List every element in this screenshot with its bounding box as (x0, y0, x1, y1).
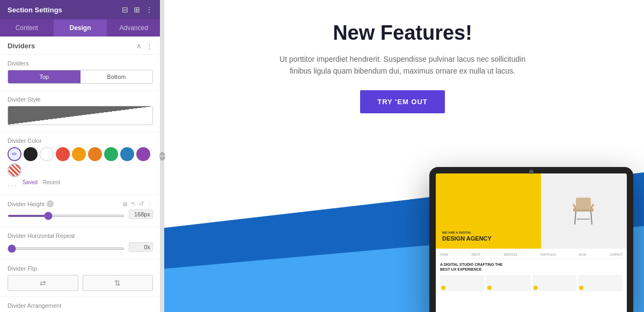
flip-horizontal-btn[interactable]: ⇄ (8, 275, 78, 291)
screen-yellow-panel: WE ARE A DIGITAL DESIGN AGENCY (436, 173, 541, 249)
svg-rect-1 (576, 198, 591, 209)
repeat-slider[interactable] (8, 248, 125, 250)
try-button[interactable]: TRY 'EM OUT (360, 90, 445, 113)
screen-top-section: WE ARE A DIGITAL DESIGN AGENCY (436, 173, 627, 249)
chair-svg (570, 192, 597, 230)
color-swatches: ✏ (8, 147, 153, 177)
svg-line-2 (575, 212, 576, 224)
panel-header: Section Settings ⊟ ⊞ ⋮ (0, 0, 160, 19)
panel-tabs: Content Design Advanced (0, 19, 160, 37)
preview-heading: New Features! (161, 21, 644, 45)
swatch-blue[interactable] (120, 147, 134, 161)
divider-style-section: Divider Style (0, 91, 160, 132)
desktop-icon[interactable]: 🖥 (122, 201, 128, 207)
grid-item-4 (578, 275, 623, 291)
preview-panel: New Features! Ut porttitor imperdiet hen… (161, 0, 644, 312)
nav-item-contact: CONTACT (610, 253, 623, 256)
height-slider-wrap (8, 209, 125, 219)
resize-icon: ⟺ (159, 152, 165, 161)
screen-product-image (541, 173, 627, 249)
dividers-section-header: Dividers ∧ ⋮ (0, 37, 160, 55)
divider-flip-section: Divider Flip ⇄ ⇅ (0, 260, 160, 297)
repeat-slider-row: 0x (8, 242, 153, 252)
collapse-icon[interactable]: ∧ (136, 42, 142, 50)
agency-name: DESIGN AGENCY (442, 235, 535, 242)
reset-icon[interactable]: ↺ (139, 200, 144, 207)
swatch-custom[interactable]: ✏ (8, 147, 21, 161)
swatch-stripe[interactable] (8, 163, 21, 177)
cursor-icon[interactable]: ↖ (131, 200, 136, 207)
panel-header-icons: ⊟ ⊞ ⋮ (122, 5, 153, 14)
divider-repeat-section: Divider Horizontal Repeat 0x (0, 227, 160, 260)
more-icon[interactable]: ⋮ (145, 5, 153, 14)
flip-v-icon: ⇅ (114, 279, 121, 287)
svg-line-5 (573, 204, 576, 208)
flip-vertical-btn[interactable]: ⇅ (83, 275, 153, 291)
svg-line-6 (591, 204, 594, 208)
divider-style-label: Divider Style (8, 96, 153, 103)
style-preview (8, 106, 153, 125)
color-meta: ... Saved Recent (8, 179, 153, 188)
flip-h-icon: ⇄ (40, 279, 46, 287)
divider-arrangement-section: Divider Arrangement On Top Of Section Co… (0, 297, 160, 312)
color-dots: ... (8, 179, 17, 188)
divider-color-section: Divider Color ✏ ... Saved Recent (0, 132, 160, 195)
height-label-row: Divider Height ? 🖥 ↖ ↺ ⋮ (8, 200, 153, 207)
screen-grid (440, 275, 623, 291)
color-recent[interactable]: Recent (43, 179, 60, 188)
swatch-orange[interactable] (88, 147, 102, 161)
nav-item-services: SERVICES (504, 253, 517, 256)
divider-height-section: Divider Height ? 🖥 ↖ ↺ ⋮ 168px (0, 195, 160, 227)
height-value[interactable]: 168px (129, 209, 153, 219)
dividers-toggle-section: Dividers Top Bottom (0, 55, 160, 91)
swatch-yellow[interactable] (72, 147, 86, 161)
nav-item-blog: BLOG (579, 253, 587, 256)
tablet-frame: WE ARE A DIGITAL DESIGN AGENCY (429, 167, 633, 312)
expand-icon[interactable]: ⊞ (134, 5, 140, 14)
agency-label: WE ARE A DIGITAL (442, 231, 535, 234)
panel-title: Section Settings (8, 6, 62, 14)
nav-item-about: ABOUT (471, 253, 480, 256)
tablet-camera (529, 170, 533, 174)
grid-item-1 (440, 275, 485, 291)
repeat-value[interactable]: 0x (129, 242, 153, 252)
swatch-green[interactable] (104, 147, 118, 161)
panel-resize-handle[interactable]: ⟺ (160, 0, 164, 312)
swatch-red[interactable] (56, 147, 70, 161)
tab-design[interactable]: Design (54, 19, 107, 37)
height-icons: 🖥 ↖ ↺ ⋮ (122, 200, 153, 207)
nav-item-home: HOME (440, 253, 448, 256)
settings-panel: Section Settings ⊟ ⊞ ⋮ Content Design Ad… (0, 0, 161, 312)
height-help-icon[interactable]: ? (47, 200, 54, 207)
section-more-icon[interactable]: ⋮ (146, 42, 153, 50)
divider-position-toggle: Top Bottom (8, 70, 153, 84)
tablet-mockup: WE ARE A DIGITAL DESIGN AGENCY (429, 167, 633, 312)
height-slider[interactable] (8, 215, 125, 217)
screen-nav: HOME ABOUT SERVICES PORTFOLIO BLOG CONTA… (440, 253, 623, 259)
height-more-icon[interactable]: ⋮ (147, 200, 153, 207)
divider-color-label: Divider Color (8, 137, 153, 144)
dividers-section-title: Dividers (8, 42, 35, 50)
screen-bottom-section: HOME ABOUT SERVICES PORTFOLIO BLOG CONTA… (436, 249, 627, 312)
tab-content[interactable]: Content (0, 19, 54, 37)
swatch-purple[interactable] (136, 147, 150, 161)
swatch-black[interactable] (24, 147, 38, 161)
grid-item-2 (486, 275, 531, 291)
panel-body: Dividers ∧ ⋮ Dividers Top Bottom Divider… (0, 37, 160, 312)
toggle-bottom[interactable]: Bottom (80, 70, 153, 83)
tab-advanced[interactable]: Advanced (107, 19, 160, 37)
dividers-section-icons: ∧ ⋮ (136, 42, 153, 50)
toggle-top[interactable]: Top (8, 70, 80, 83)
minimize-icon[interactable]: ⊟ (122, 5, 128, 14)
color-saved[interactable]: Saved (23, 179, 38, 188)
arrangement-label: Divider Arrangement (8, 302, 153, 309)
flip-label: Divider Flip (8, 265, 153, 272)
grid-item-3 (532, 275, 577, 291)
nav-item-portfolio: PORTFOLIO (540, 253, 556, 256)
repeat-label: Divider Horizontal Repeat (8, 233, 153, 239)
swatch-white[interactable] (40, 147, 54, 161)
flip-group: ⇄ ⇅ (8, 275, 153, 291)
dividers-toggle-label: Dividers (8, 60, 153, 67)
preview-top: New Features! Ut porttitor imperdiet hen… (161, 0, 644, 129)
tablet-screen: WE ARE A DIGITAL DESIGN AGENCY (436, 173, 627, 312)
